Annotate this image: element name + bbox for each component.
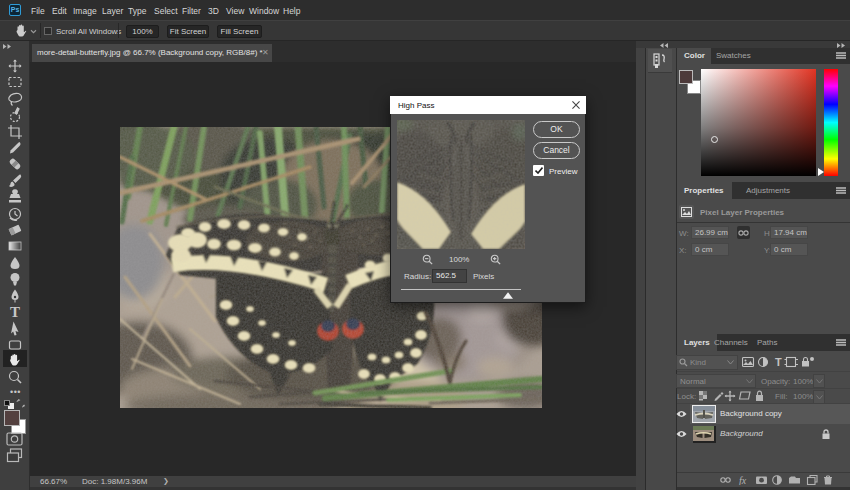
svg-text:T: T — [10, 304, 20, 320]
svg-text:fx: fx — [739, 475, 747, 485]
svg-text:T: T — [775, 356, 782, 368]
